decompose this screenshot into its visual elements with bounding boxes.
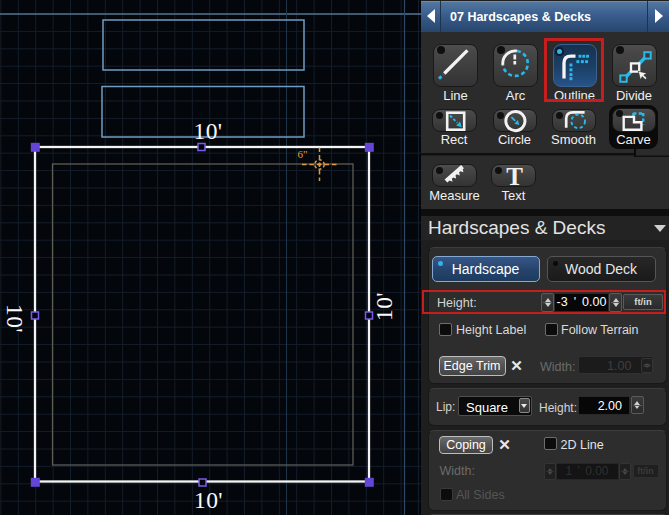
svg-text:10': 10' — [194, 118, 223, 144]
svg-text:10': 10' — [371, 292, 397, 321]
svg-text:10': 10' — [2, 304, 28, 333]
svg-text:T: T — [506, 165, 523, 188]
svg-text:10': 10' — [194, 487, 223, 513]
svg-text:6": 6" — [298, 148, 308, 160]
